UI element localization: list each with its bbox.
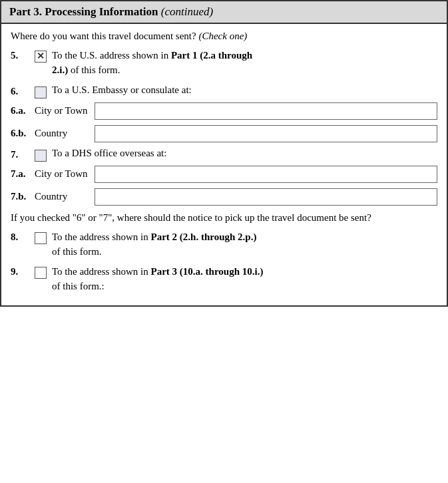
row-7a: 7.a. City or Town bbox=[11, 166, 437, 183]
row-5-bold: Part 1 (2.a through2.i.) bbox=[52, 50, 252, 75]
country-7b-input[interactable] bbox=[95, 188, 437, 206]
section-header: Part 3. Processing Information (continue… bbox=[0, 0, 448, 24]
row-8: 8. To the address shown in Part 2 (2.h. … bbox=[11, 230, 437, 259]
notice-content: If you checked "6" or "7", where should … bbox=[11, 212, 371, 223]
header-subtitle: (continued) bbox=[161, 5, 213, 18]
row-5: 5. ✕ To the U.S. address shown in Part 1… bbox=[11, 49, 437, 78]
intro-check-one: (Check one) bbox=[198, 31, 247, 41]
row-6: 6. To a U.S. Embassy or consulate at: bbox=[11, 84, 437, 98]
checkbox-5[interactable]: ✕ bbox=[35, 51, 47, 63]
row-6a: 6.a. City or Town bbox=[11, 102, 437, 120]
row-9-bold: Part 3 (10.a. through 10.i.) bbox=[151, 266, 264, 277]
city-town-6a-input[interactable] bbox=[95, 102, 437, 120]
checkbox-6[interactable] bbox=[35, 86, 47, 98]
page: Part 3. Processing Information (continue… bbox=[0, 0, 448, 483]
row-6a-label: City or Town bbox=[35, 105, 95, 116]
row-6-text: To a U.S. Embassy or consulate at: bbox=[52, 84, 192, 96]
row-7a-label: City or Town bbox=[35, 168, 95, 180]
checkbox-7[interactable] bbox=[35, 150, 47, 162]
row-6b: 6.b. Country bbox=[11, 125, 437, 142]
intro-text: Where do you want this travel document s… bbox=[11, 31, 196, 41]
row-7-number: 7. bbox=[11, 148, 35, 160]
row-6b-number: 6.b. bbox=[11, 128, 35, 139]
checkbox-9[interactable] bbox=[35, 267, 47, 279]
row-7b-number: 7.b. bbox=[11, 191, 35, 202]
row-8-text: To the address shown in Part 2 (2.h. thr… bbox=[52, 230, 256, 259]
checkbox-8[interactable] bbox=[35, 232, 47, 244]
country-6b-input[interactable] bbox=[95, 125, 437, 142]
row-9: 9. To the address shown in Part 3 (10.a.… bbox=[11, 265, 437, 294]
row-6a-number: 6.a. bbox=[11, 105, 35, 116]
row-5-text: To the U.S. address shown in Part 1 (2.a… bbox=[52, 49, 252, 78]
city-town-7a-input[interactable] bbox=[95, 166, 437, 183]
row-7a-number: 7.a. bbox=[11, 168, 35, 180]
row-7b: 7.b. Country bbox=[11, 188, 437, 206]
notice-text: If you checked "6" or "7", where should … bbox=[11, 211, 437, 226]
row-9-text: To the address shown in Part 3 (10.a. th… bbox=[52, 265, 263, 294]
row-7b-label: Country bbox=[35, 191, 95, 202]
row-8-bold: Part 2 (2.h. through 2.p.) bbox=[151, 232, 257, 242]
check-mark-5: ✕ bbox=[37, 52, 45, 61]
row-9-number: 9. bbox=[11, 265, 35, 277]
row-6b-label: Country bbox=[35, 128, 95, 139]
row-7-text: To a DHS office overseas at: bbox=[52, 148, 166, 159]
row-5-number: 5. bbox=[11, 49, 35, 61]
row-6-number: 6. bbox=[11, 84, 35, 97]
row-7: 7. To a DHS office overseas at: bbox=[11, 148, 437, 162]
header-title: Part 3. Processing Information bbox=[9, 5, 158, 18]
form-content: Where do you want this travel document s… bbox=[0, 24, 448, 307]
intro-line: Where do you want this travel document s… bbox=[11, 31, 437, 42]
row-8-number: 8. bbox=[11, 230, 35, 243]
